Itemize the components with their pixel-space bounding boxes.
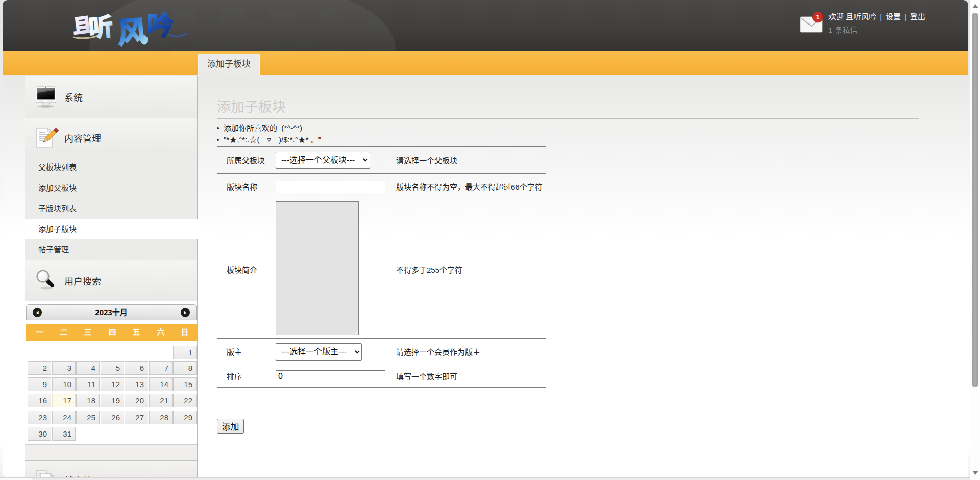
svg-text:吟: 吟 (146, 11, 174, 41)
svg-text:风: 风 (116, 15, 148, 50)
svg-text:听: 听 (88, 13, 114, 42)
svg-text:1: 1 (816, 13, 819, 21)
